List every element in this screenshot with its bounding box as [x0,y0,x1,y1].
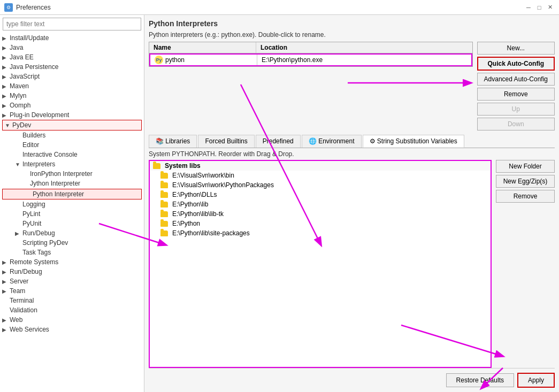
sidebar-item-java-ee[interactable]: ▶ Java EE [0,52,144,62]
sidebar-item-label: Install/Update [10,34,49,42]
sidebar-item-ironpython[interactable]: IronPython Interpreter [0,169,144,179]
new-egg-zip-button[interactable]: New Egg/Zip(s) [496,175,555,188]
right-panel: Python Interpreters Python interpreters … [144,15,559,392]
sidebar-item-run-debug[interactable]: ▶ Run/Debug [0,228,144,238]
restore-defaults-button[interactable]: Restore Defaults [446,373,514,387]
remove-syspath-button[interactable]: Remove [496,190,555,203]
string-subst-icon: ⚙ [370,137,377,145]
tree-container: ▶ Install/Update ▶ Java ▶ Java EE ▶ Java… [0,33,144,392]
sidebar-item-java[interactable]: ▶ Java [0,43,144,52]
apply-button[interactable]: Apply [517,373,555,388]
sidebar-item-web-services[interactable]: ▶ Web Services [0,325,144,334]
filter-input[interactable] [3,18,141,30]
list-item[interactable]: E:\Python\lib [150,199,491,209]
interpreter-name-cell: Py python [150,55,257,65]
remove-interpreter-button[interactable]: Remove [477,88,555,101]
interpreter-location-cell: E:\Python\python.exe [257,55,471,65]
sidebar-item-label: Maven [10,82,29,90]
sidebar-item-label: Run/Debug [10,268,42,275]
maximize-button[interactable]: □ [534,3,544,12]
sidebar-item-oomph[interactable]: ▶ Oomph [0,101,144,110]
expand-icon: ▶ [2,288,9,294]
sidebar-item-builders[interactable]: Builders [0,130,144,140]
list-item[interactable]: E:\Python\DLLs [150,190,491,199]
tab-string-subst[interactable]: ⚙ String Substitution Variables [363,135,464,148]
expand-icon: ▶ [2,317,9,323]
expand-icon: ▶ [2,55,9,60]
list-item[interactable]: E:\Python\lib\site-packages [150,228,491,238]
list-item[interactable]: E:\Python [150,219,491,228]
sidebar-item-label: JavaScript [10,73,40,80]
quick-auto-config-button[interactable]: Quick Auto-Config [477,57,555,71]
down-button[interactable]: Down [477,118,555,130]
sidebar-item-editor[interactable]: Editor [0,140,144,150]
libraries-icon: 📚 [156,137,165,145]
sidebar-item-pylint[interactable]: PyLint [0,209,144,219]
expand-icon: ▶ [2,64,9,70]
sidebar-item-label: PyLint [22,210,40,218]
sidebar-item-label: Plug-in Development [10,111,69,119]
sidebar-item-label: IronPython Interpreter [30,170,93,178]
sidebar-item-interactive-console[interactable]: Interactive Console [0,150,144,159]
sidebar-item-validation[interactable]: Validation [0,305,144,315]
sidebar-item-label: Jython Interpreter [30,180,80,187]
table-row[interactable]: Py python E:\Python\python.exe [149,53,472,66]
sidebar-item-label: Interpreters [22,160,55,168]
sidebar-item-mylyn[interactable]: ▶ Mylyn [0,91,144,101]
sidebar-item-maven[interactable]: ▶ Maven [0,81,144,91]
syspath-area: System libs E:\VisualSvn\work\bin E:\Vis… [149,160,555,368]
list-item[interactable]: E:\VisualSvn\work\PythonPackages [150,180,491,190]
expand-icon: ▶ [2,112,9,118]
tab-predefined[interactable]: Predefined [256,135,301,148]
advanced-auto-config-button[interactable]: Advanced Auto-Config [477,73,555,86]
syspath-item-label: E:\Python\lib [172,201,208,208]
folder-icon [160,230,168,236]
sidebar-item-label: Terminal [10,297,34,304]
minimize-button[interactable]: ─ [524,3,533,12]
syspath-item-label: E:\VisualSvn\work\bin [172,172,234,179]
sidebar-item-javascript[interactable]: ▶ JavaScript [0,72,144,81]
interpreter-table: Name Location Py python E:\Python\python… [149,42,473,67]
sidebar-item-label: Team [10,287,25,295]
title-bar: ⚙ Preferences ─ □ ✕ [0,0,559,15]
new-button[interactable]: New... [477,42,555,55]
tab-forced-builtins[interactable]: Forced Builtins [198,135,254,148]
sidebar-item-scripting-pydev[interactable]: Scripting PyDev [0,238,144,248]
list-item[interactable]: E:\Python\lib\lib-tk [150,209,491,219]
list-item[interactable]: System libs [150,161,491,171]
sidebar-item-web[interactable]: ▶ Web [0,315,144,325]
tab-libraries[interactable]: 📚 Libraries [149,135,197,148]
sidebar-item-plugin-development[interactable]: ▶ Plug-in Development [0,110,144,120]
sidebar-item-pydev[interactable]: ▼ PyDev [2,120,142,130]
window-controls[interactable]: ─ □ ✕ [524,3,555,12]
expand-icon: ▼ [5,122,11,128]
list-item[interactable]: E:\VisualSvn\work\bin [150,171,491,180]
sidebar-item-terminal[interactable]: Terminal [0,296,144,305]
sidebar-item-python-interpreter[interactable]: Python Interpreter [2,189,142,199]
up-button[interactable]: Up [477,103,555,116]
sidebar-item-interpreters[interactable]: ▼ Interpreters [0,159,144,169]
expand-icon: ▶ [2,327,9,333]
sidebar-item-pyunit[interactable]: PyUnit [0,219,144,228]
sidebar-item-label: Run/Debug [22,229,55,237]
sidebar-item-jython[interactable]: Jython Interpreter [0,179,144,188]
window-title: Preferences [16,4,51,11]
sidebar-item-label: Web Services [10,326,49,333]
sidebar-item-install-update[interactable]: ▶ Install/Update [0,33,144,43]
sidebar-item-remote-systems[interactable]: ▶ Remote Systems [0,257,144,267]
expand-icon: ▶ [2,259,9,265]
syspath-list[interactable]: System libs E:\VisualSvn\work\bin E:\Vis… [149,160,492,368]
sidebar-item-team[interactable]: ▶ Team [0,286,144,296]
sidebar-item-label: Scripting PyDev [22,239,68,247]
close-button[interactable]: ✕ [545,3,555,12]
expand-icon: ▶ [2,279,9,285]
new-folder-button[interactable]: New Folder [496,160,555,173]
sidebar-item-server[interactable]: ▶ Server [0,276,144,286]
sidebar-item-task-tags[interactable]: Task Tags [0,248,144,257]
sidebar-item-run-debug-top[interactable]: ▶ Run/Debug [0,267,144,276]
sidebar-item-logging[interactable]: Logging [0,199,144,209]
sidebar-item-label: Java EE [10,53,34,61]
folder-icon [160,202,168,207]
sidebar-item-java-persistence[interactable]: ▶ Java Persistence [0,62,144,72]
tab-environment[interactable]: 🌐 Environment [302,135,362,148]
